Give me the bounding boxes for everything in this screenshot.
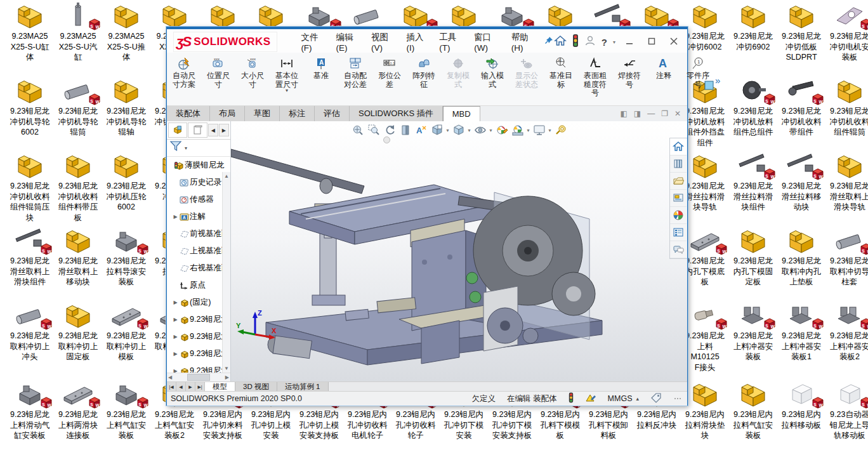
datum-target-button[interactable]: A1基准目标 xyxy=(544,55,578,89)
tree-item-1[interactable]: 传感器 xyxy=(167,191,230,208)
expand-arrow-icon[interactable]: ▶ xyxy=(172,214,179,220)
desktop-icon[interactable]: 9.23钼尼龙 冲切机收料 组件料带压 板 xyxy=(54,152,102,223)
doc-tab-运动算例 1[interactable]: 运动算例 1 xyxy=(277,382,329,392)
close-icon[interactable] xyxy=(666,37,682,47)
expand-arrow-icon[interactable]: ▶ xyxy=(172,334,179,340)
desktop-icon[interactable]: 9.23钼尼龙 冲切机导轮 辊轴 xyxy=(102,77,150,138)
tree-item-9[interactable]: ▶9.23钼尼龙 xyxy=(167,328,230,345)
ribbon-tab-评估[interactable]: 评估 xyxy=(315,106,350,121)
desktop-icon[interactable]: S W9.23自动器 钼尼龙上导 轨移动板 xyxy=(825,381,868,441)
tree-item-root[interactable]: 薄膜钼尼龙 xyxy=(167,157,230,174)
tree-item-4[interactable]: 上视基准面 xyxy=(167,242,230,260)
dropdown-caret-icon[interactable]: ▾ xyxy=(446,128,449,133)
tree-vertical-scrollbar[interactable]: ▲▼ xyxy=(222,172,230,373)
units-selector[interactable]: MMGS ▴ xyxy=(608,394,639,403)
last-doc-icon[interactable]: ▶| xyxy=(195,382,205,392)
menu-视图[interactable]: 视图(V) xyxy=(364,28,400,56)
desktop-icon[interactable]: S W9.23钼尼龙 滑丝拉料移 动块 xyxy=(777,152,825,213)
desktop-icon[interactable]: 9.23钼尼内 拉料气缸安 装板 xyxy=(729,381,777,441)
menu-文件[interactable]: 文件(F) xyxy=(294,28,329,56)
desktop-icon[interactable]: S W9.23钼尼龙 上料冲器安 装板 xyxy=(729,302,777,362)
desktop-icon[interactable]: S W9.23钼尼龙 取料冲切上 模板 xyxy=(102,302,150,362)
filter-icon[interactable] xyxy=(169,140,183,156)
tree-tabs-right-icon[interactable]: ▶ xyxy=(219,124,229,136)
size-dimension-button[interactable]: xxx大小尺寸 xyxy=(235,55,270,89)
taskpane-appearances-icon[interactable] xyxy=(670,207,687,224)
desktop-icon[interactable]: 9.23钼尼龙 内孔下模固 定板 xyxy=(729,227,777,288)
traffic-light-icon[interactable] xyxy=(572,34,579,50)
ribbon-tab-草图[interactable]: 草图 xyxy=(245,106,280,121)
desktop-icon[interactable]: S W9.23钼尼龙 取料冲切上 冲头 xyxy=(6,302,54,362)
desktop-icon[interactable]: 9.23钼尼龙 取料冲内孔 上垫板 xyxy=(777,227,825,288)
tree-tabs-left-icon[interactable]: ◀ xyxy=(208,124,218,136)
home-icon[interactable] xyxy=(554,35,567,49)
edit-assembly-icon[interactable] xyxy=(585,393,596,405)
ribbon-tab-标注[interactable]: 标注 xyxy=(280,106,315,121)
title-bar[interactable]: ʒS SOLIDWORKS 文件(F)编辑(E)视图(V)插入(I)工具(T)窗… xyxy=(167,27,687,55)
desktop-icon[interactable]: S W9.23钼尼龙 上料冲器安 装板1 xyxy=(777,302,825,362)
expand-arrow-icon[interactable]: ▶ xyxy=(172,351,179,357)
menu-bar[interactable]: 文件(F)编辑(E)视图(V)插入(I)工具(T)窗口(W)帮助(H) xyxy=(294,28,539,56)
desktop-icon[interactable]: 9.23钼尼内 拉料滑块垫 块 xyxy=(681,381,729,441)
taskpane-forum-icon[interactable] xyxy=(670,241,687,258)
doc-tab-模型[interactable]: 模型 xyxy=(205,382,235,392)
import-scheme-button[interactable]: 输入模式 xyxy=(475,55,510,89)
tree-item-7[interactable]: ▶(固定) xyxy=(167,294,230,311)
close-doc-icon[interactable]: ✕ xyxy=(674,109,681,118)
desktop-icon[interactable]: 9.23钼尼龙 滑丝拉料滑 块导轨 xyxy=(681,152,729,213)
panel-splitter-handle[interactable] xyxy=(383,136,390,143)
ribbon-tab-布局[interactable]: 布局 xyxy=(210,106,245,121)
basic-location-dimension-button[interactable]: 基本位置尺寸▾ xyxy=(270,55,304,93)
datum-button[interactable]: A基准 xyxy=(304,55,338,81)
minimize-icon[interactable] xyxy=(621,37,638,47)
tree-item-3[interactable]: 前视基准面 xyxy=(167,225,230,242)
taskpane-home-icon[interactable] xyxy=(670,138,687,156)
dock-left-icon[interactable]: ◧ xyxy=(620,109,627,118)
menu-插入[interactable]: 插入(I) xyxy=(400,28,433,56)
dock-right-icon[interactable]: ◨ xyxy=(634,109,641,118)
restore-doc-icon[interactable]: ❐ xyxy=(661,109,668,118)
doc-tab-3D 视图[interactable]: 3D 视图 xyxy=(235,382,277,392)
copy-scheme-button[interactable]: 复制模式 xyxy=(441,55,475,89)
pattern-feature-button[interactable]: 阵列特征 xyxy=(407,55,441,89)
desktop-icon[interactable]: 9.23钼尼龙 冲切6902 xyxy=(729,3,777,52)
desktop-icon[interactable]: 9.23钼尼龙 冲切机压轮 6002 xyxy=(102,152,150,213)
prev-doc-icon[interactable]: ◀ xyxy=(176,382,186,392)
solidworks-window[interactable]: ʒS SOLIDWORKS 文件(F)编辑(E)视图(V)插入(I)工具(T)窗… xyxy=(166,27,688,406)
ribbon-tab-MBD[interactable]: MBD xyxy=(443,106,480,121)
feature-tree-tab[interactable] xyxy=(168,122,187,138)
tree-item-8[interactable]: ▶9.23钼尼龙 xyxy=(167,311,230,328)
desktop-icon[interactable]: S W9.23钼尼龙 滑丝拉料滑 块组件 xyxy=(729,152,777,213)
feature-tree-panel[interactable]: ◀ ▶ ▾ 薄膜钼尼龙历史记录传感器▶A注解前视基准面上视基准面右视基准面原点▶… xyxy=(167,121,231,381)
ribbon-tab-SOLIDWORKS 插件[interactable]: SOLIDWORKS 插件 xyxy=(350,106,443,121)
desktop-icon[interactable]: S W9.23钼尼龙 内孔下模底 板 xyxy=(681,227,729,288)
tree-horizontal-scrollbar[interactable]: ◀▶ xyxy=(167,373,230,381)
desktop-icon[interactable]: S W9.23钼尼龙 冲切机导轮 辊筒 xyxy=(54,77,102,138)
document-tab-bar[interactable]: |◀ ◀ ▶ ▶| 模型3D 视图运动算例 1 xyxy=(167,381,687,392)
maximize-icon[interactable] xyxy=(643,37,660,47)
help-icon[interactable]: ? xyxy=(602,37,607,48)
task-pane-tab-strip[interactable] xyxy=(669,138,687,259)
assembly-3d-model[interactable] xyxy=(231,135,669,376)
desktop-icon[interactable]: 9.23钼尼龙 冲切低板 SLDPRT xyxy=(777,3,825,63)
taskpane-custom-properties-icon[interactable] xyxy=(670,224,687,241)
desktop-icon[interactable]: 9.23钼尼龙 冲切机收料 组件辊筒 xyxy=(825,77,868,138)
desktop-icon[interactable]: S W9.23钼尼龙 上料滑动气 缸安装板 xyxy=(6,381,54,441)
tree-panel-tabs[interactable]: ◀ ▶ xyxy=(167,121,230,140)
menu-编辑[interactable]: 编辑(E) xyxy=(329,28,364,56)
ribbon-tab-bar[interactable]: 装配体布局草图标注评估SOLIDWORKS 插件MBD ◧ ◨ — ❐ ✕ xyxy=(167,106,687,122)
graphics-viewport[interactable]: A▾▾▾▾▾ xyxy=(231,121,687,381)
expand-arrow-icon[interactable]: ▶ xyxy=(172,317,179,322)
tree-item-0[interactable]: 历史记录 xyxy=(167,174,230,191)
menu-工具[interactable]: 工具(T) xyxy=(432,28,467,56)
desktop-icon[interactable]: S W9.23钼尼龙 上料气缸安 装板 xyxy=(102,381,150,441)
taskpane-design-library-icon[interactable] xyxy=(670,156,687,173)
menu-帮助[interactable]: 帮助(H) xyxy=(504,28,540,56)
command-manager[interactable]: 自动尺寸方案xxx位置尺寸xxx大小尺寸基本位置尺寸▾A基准自动配对公差0.3形… xyxy=(167,53,687,106)
show-tolerance-status-button[interactable]: 显示公差状态 xyxy=(510,55,544,89)
dropdown-caret-icon[interactable]: ▾ xyxy=(468,128,470,133)
expand-arrow-icon[interactable]: ▶ xyxy=(172,300,179,305)
weld-symbol-button[interactable]: 焊接符号 xyxy=(612,55,647,89)
balloon-button[interactable]: 1零件序号 xyxy=(681,55,715,89)
desktop-icon[interactable]: S W9.23钼尼龙 冲切电机安 装板 xyxy=(825,3,868,63)
